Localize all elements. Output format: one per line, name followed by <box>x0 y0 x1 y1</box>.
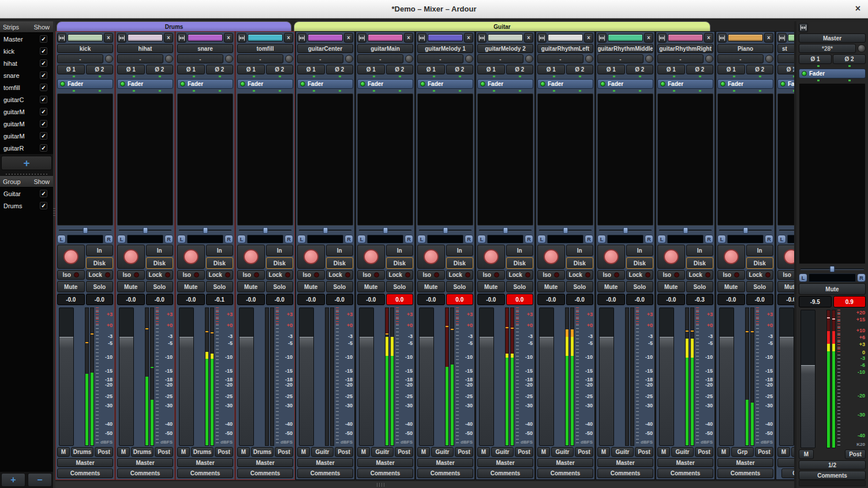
strip-list-item[interactable]: guitarC✓ <box>0 93 53 106</box>
phase-2-button[interactable]: Ø 2 <box>146 65 174 74</box>
peak-display[interactable]: -0.0 <box>566 294 594 305</box>
strip-name-button[interactable]: snare <box>177 44 233 53</box>
pan-display[interactable] <box>547 235 583 243</box>
mute-button[interactable]: Mute <box>117 281 145 292</box>
solo-button[interactable]: Solo <box>146 281 174 292</box>
solo-isolate-button[interactable]: Iso <box>177 270 205 280</box>
solo-button[interactable]: Solo <box>506 281 534 292</box>
gain-display[interactable]: -0.0 <box>657 294 685 305</box>
show-column-header[interactable]: Show <box>33 24 53 31</box>
pan-handle[interactable] <box>743 227 748 234</box>
mute-button[interactable]: Mute <box>237 281 265 292</box>
horizontal-scrollbar[interactable] <box>55 481 794 488</box>
master-mute-button[interactable]: Mute <box>799 283 866 295</box>
window-close-icon[interactable]: × <box>855 4 860 13</box>
processor-box[interactable] <box>357 93 413 226</box>
group-button[interactable]: Drums <box>191 447 214 457</box>
m-button[interactable]: M <box>297 447 310 457</box>
monitor-input-button[interactable]: In <box>446 245 474 256</box>
add-group-button[interactable]: + <box>1 473 25 487</box>
processor-active-led-icon[interactable] <box>60 81 65 87</box>
pan-slider[interactable] <box>479 227 532 234</box>
phase-1-button[interactable]: Ø 1 <box>177 65 205 74</box>
group-button[interactable]: Guitr <box>611 447 634 457</box>
m-button[interactable]: M <box>177 447 190 457</box>
narrow-toggle-button[interactable] <box>117 33 126 43</box>
strips-column-header[interactable]: Strips <box>0 24 33 31</box>
add-strip-button[interactable]: + <box>1 156 52 170</box>
pan-handle[interactable] <box>83 227 88 234</box>
strip-visible-checkbox[interactable]: ✓ <box>40 59 47 67</box>
color-swatch[interactable] <box>308 34 343 42</box>
processor-active-led-icon[interactable] <box>660 81 665 87</box>
close-strip-icon[interactable]: × <box>404 33 413 43</box>
pan-slider[interactable] <box>119 227 171 234</box>
fader[interactable] <box>179 307 194 446</box>
strip-list-item[interactable]: kick✓ <box>0 45 53 57</box>
group-button[interactable]: Guitr <box>431 447 454 457</box>
strip-name-button[interactable]: guitarRhythmMiddle <box>597 44 653 53</box>
peak-display[interactable]: -0.0 <box>746 294 774 305</box>
pan-left-button[interactable]: L <box>297 235 306 243</box>
solo-lock-button[interactable]: Lock <box>386 270 414 280</box>
input-button[interactable]: - <box>477 54 523 63</box>
pan-display[interactable] <box>127 235 163 243</box>
pan-right-button[interactable]: R <box>705 235 713 243</box>
input-button[interactable]: - <box>177 54 223 63</box>
trim-knob[interactable] <box>705 55 713 63</box>
solo-isolate-button[interactable]: Iso <box>597 270 625 280</box>
pan-right-button[interactable]: R <box>525 235 533 243</box>
comments-button[interactable]: Comments <box>297 468 353 478</box>
monitor-input-button[interactable]: In <box>266 245 294 256</box>
mute-button[interactable]: Mute <box>477 281 505 292</box>
color-swatch[interactable] <box>128 34 163 42</box>
strip-name-button[interactable]: kick <box>57 44 113 53</box>
peak-display[interactable]: 0.0 <box>446 294 474 305</box>
fader-processor[interactable]: Fader <box>357 79 413 89</box>
pan-display[interactable] <box>667 235 704 243</box>
phase-2-button[interactable]: Ø 2 <box>446 65 474 74</box>
monitor-input-button[interactable]: In <box>626 245 654 256</box>
color-swatch[interactable] <box>668 34 703 42</box>
solo-button[interactable]: Solo <box>626 281 654 292</box>
monitor-disk-button[interactable]: Disk <box>626 257 654 269</box>
color-swatch[interactable] <box>608 34 643 42</box>
peak-display[interactable]: -0.3 <box>686 294 714 305</box>
solo-lock-button[interactable]: Lock <box>206 270 234 280</box>
fader-processor[interactable]: Fader <box>237 79 293 89</box>
phase-1-button[interactable]: Ø 1 <box>417 65 445 74</box>
comments-button[interactable]: Comments <box>57 468 113 478</box>
input-button[interactable]: - <box>717 54 764 63</box>
pan-display[interactable] <box>307 235 343 243</box>
narrow-toggle-button[interactable] <box>177 33 186 43</box>
output-button[interactable]: Master <box>777 458 794 467</box>
gain-display[interactable]: -0.0 <box>357 294 385 305</box>
pan-left-button[interactable]: L <box>177 235 186 243</box>
output-button[interactable]: Master <box>297 458 353 467</box>
peak-display[interactable]: -0.0 <box>146 294 174 305</box>
record-arm-button[interactable] <box>357 245 385 269</box>
solo-lock-button[interactable]: Lock <box>686 270 714 280</box>
m-button[interactable]: M <box>657 447 670 457</box>
trim-knob[interactable] <box>105 55 113 63</box>
peak-display[interactable]: -0.0 <box>266 294 294 305</box>
processor-active-led-icon[interactable] <box>360 81 365 87</box>
phase-2-button[interactable]: Ø 2 <box>386 65 414 74</box>
gain-display[interactable]: -0.0 <box>537 294 565 305</box>
pan-display[interactable] <box>367 235 403 243</box>
monitor-disk-button[interactable]: Disk <box>86 257 114 269</box>
gain-display[interactable]: -0.0 <box>117 294 145 305</box>
comments-button[interactable]: Comments <box>357 468 413 478</box>
gain-display[interactable]: -0.0 <box>57 294 85 305</box>
pan-display[interactable] <box>787 235 794 243</box>
m-button[interactable]: M <box>597 447 610 457</box>
group-button[interactable]: Grp <box>731 447 754 457</box>
phase-2-button[interactable]: Ø 2 <box>326 65 354 74</box>
comments-button[interactable]: Comments <box>177 468 233 478</box>
strip-name-button[interactable]: guitarRhythmLeft <box>537 44 593 53</box>
trim-knob[interactable] <box>645 55 653 63</box>
processor-box[interactable] <box>537 93 593 226</box>
narrow-toggle-button[interactable] <box>357 33 366 43</box>
close-strip-icon[interactable]: × <box>284 33 293 43</box>
strip-name-button[interactable]: guitarMelody 2 <box>477 44 533 53</box>
